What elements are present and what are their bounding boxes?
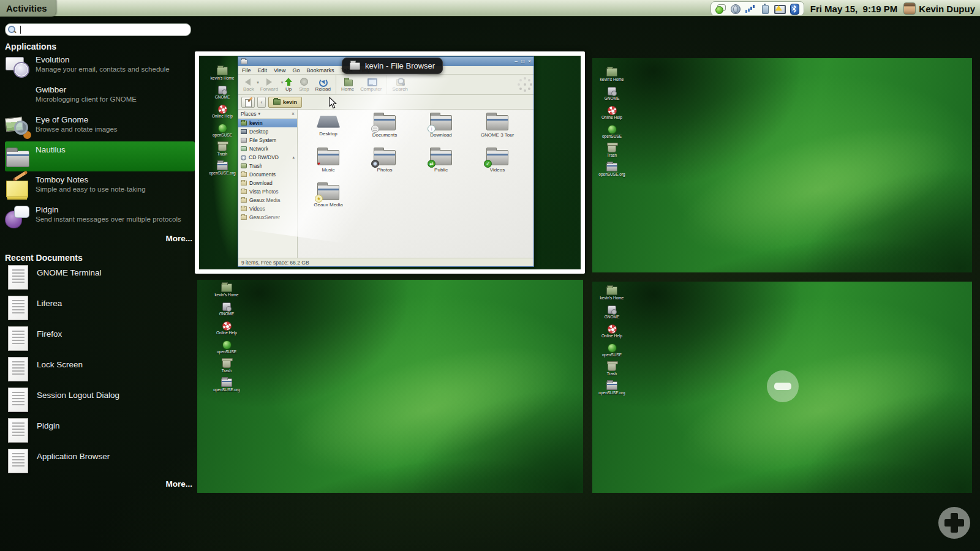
desktop-icon[interactable]: kevin's Home <box>211 283 243 302</box>
desktop-icon[interactable]: openSUSE.org <box>596 163 628 182</box>
desktop-icon[interactable]: openSUSE.org <box>206 162 238 181</box>
desktop-icon[interactable]: openSUSE.org <box>211 378 243 397</box>
place-item[interactable]: CD RW/DVD <box>238 153 297 162</box>
desktop-icon[interactable]: Trash <box>596 362 628 381</box>
search-input[interactable] <box>5 23 191 36</box>
application-item[interactable]: Eye of Gnome Browse and rotate images <box>5 111 195 141</box>
place-item[interactable]: Desktop <box>238 127 297 136</box>
place-item[interactable]: File System <box>238 136 297 144</box>
place-item[interactable]: Network <box>238 144 297 153</box>
desktop-icon[interactable]: GNOME <box>596 87 628 106</box>
toolbar-button[interactable]: Up <box>281 75 296 94</box>
folder-item[interactable]: Photos <box>356 148 413 183</box>
folder-emblem-icon <box>371 125 379 133</box>
tray-icon[interactable] <box>745 4 755 14</box>
toolbar-button[interactable]: Home <box>336 75 357 94</box>
toolbar-button[interactable]: Reload <box>312 75 334 94</box>
desktop-icon[interactable]: Online Help <box>206 105 238 124</box>
recent-document-item[interactable]: GNOME Terminal <box>5 263 195 293</box>
application-item[interactable]: Gwibber Microblogging client for GNOME <box>5 81 195 111</box>
toolbar-button[interactable]: Back <box>240 75 257 94</box>
place-item[interactable]: GeauxServer <box>238 213 297 222</box>
menu-item[interactable]: View <box>274 67 285 73</box>
applications-more-link[interactable]: More... <box>5 234 192 243</box>
window-control-button[interactable]: – <box>514 58 518 66</box>
menu-item[interactable]: Edit <box>258 67 268 73</box>
application-item[interactable]: Tomboy Notes Simple and easy to use note… <box>5 171 195 201</box>
recent-document-item[interactable]: Liferea <box>5 293 195 324</box>
file-browser-window[interactable]: –□× FileEditViewGoBookmarksTabsHelp Back… <box>238 56 534 267</box>
path-button-kevin[interactable]: kevin <box>268 97 302 108</box>
folder-view[interactable]: Desktop Documents ↓ <box>298 110 533 258</box>
place-item[interactable]: Vista Photos <box>238 187 297 196</box>
desktop-icon[interactable]: openSUSE <box>211 340 243 359</box>
menu-item[interactable]: File <box>242 67 251 73</box>
desktop-icon[interactable]: openSUSE <box>596 125 628 144</box>
desktop-icon[interactable]: Trash <box>211 359 243 378</box>
menu-item[interactable]: Bookmarks <box>306 67 334 73</box>
recent-document-item[interactable]: Application Browser <box>5 446 195 477</box>
recent-document-item[interactable]: Firefox <box>5 324 195 354</box>
folder-item[interactable]: ⇄ Public <box>413 148 469 183</box>
place-item[interactable]: Download <box>238 179 297 187</box>
recent-document-item[interactable]: Lock Screen <box>5 354 195 385</box>
recent-document-item[interactable]: Session Logout Dialog <box>5 385 195 416</box>
user-menu[interactable]: Kevin Dupuy <box>903 2 975 15</box>
recent-documents-more-link[interactable]: More... <box>5 479 192 489</box>
path-scroll-left-button[interactable]: ‹ <box>257 97 266 108</box>
tray-icon[interactable] <box>715 4 726 14</box>
workspace-thumbnail-1-active[interactable]: kevin's Home GNOME Online Help openSUSE … <box>195 51 585 274</box>
desktop-icon[interactable]: openSUSE.org <box>596 381 628 400</box>
folder-item[interactable]: ♥ Music <box>300 148 356 183</box>
desktop-icon[interactable]: Online Help <box>596 324 628 343</box>
application-item[interactable]: Nautilus <box>5 141 195 171</box>
desktop-icon[interactable]: GNOME <box>206 86 238 105</box>
add-workspace-button[interactable] <box>938 507 970 539</box>
window-control-button[interactable]: □ <box>521 58 524 66</box>
remove-workspace-button[interactable] <box>767 370 799 402</box>
edit-location-button[interactable] <box>241 97 255 108</box>
tray-icon[interactable] <box>760 4 770 14</box>
folder-item[interactable]: ↓ Download <box>413 113 469 148</box>
toolbar-button[interactable]: Forward <box>257 75 281 94</box>
application-item[interactable]: Evolution Manage your email, contacts an… <box>5 51 195 81</box>
place-item[interactable]: kevin <box>238 119 297 127</box>
toolbar-button[interactable]: Stop <box>296 75 312 94</box>
tray-icon[interactable] <box>774 4 785 14</box>
workspace-thumbnail-3[interactable]: kevin's Home GNOME Online Help openSUSE … <box>197 280 583 493</box>
folder-item[interactable]: GNOME 3 Tour <box>469 113 526 148</box>
desktop-icon[interactable]: openSUSE <box>596 343 628 362</box>
place-item[interactable]: Videos <box>238 204 297 213</box>
place-item[interactable]: Trash <box>238 162 297 170</box>
sidebar-close-icon[interactable]: × <box>292 111 295 117</box>
folder-item[interactable]: ✓ Videos <box>469 148 526 183</box>
tray-icon[interactable] <box>789 4 799 14</box>
desktop-icon[interactable]: GNOME <box>211 302 243 321</box>
desktop-icon[interactable]: Online Help <box>211 321 243 340</box>
folder-item[interactable]: Desktop <box>300 113 356 148</box>
places-dropdown[interactable]: Places <box>241 111 257 117</box>
application-item[interactable]: Pidgin Send instant messages over multip… <box>5 201 195 231</box>
toolbar-button[interactable]: Search <box>386 75 410 94</box>
workspace-thumbnail-4[interactable]: kevin's Home GNOME Online Help openSUSE … <box>592 282 972 493</box>
clock[interactable]: Fri May 15, 9:19 PM <box>810 4 898 14</box>
folder-item[interactable]: Documents <box>356 113 413 148</box>
recent-document-item[interactable]: Pidgin <box>5 416 195 446</box>
tray-icon[interactable] <box>730 4 741 14</box>
desktop-icon[interactable]: Online Help <box>596 106 628 125</box>
menu-item[interactable]: Go <box>292 67 300 73</box>
activities-button[interactable]: Activities <box>0 0 56 17</box>
desktop-icon[interactable]: Trash <box>206 143 238 162</box>
desktop-icon[interactable]: GNOME <box>596 305 628 324</box>
window-control-button[interactable]: × <box>528 58 531 66</box>
workspace-thumbnail-2[interactable]: kevin's Home GNOME Online Help openSUSE … <box>592 58 972 272</box>
desktop-icon[interactable]: kevin's Home <box>206 67 238 86</box>
desktop-icon[interactable]: kevin's Home <box>596 287 628 305</box>
desktop-icon[interactable]: kevin's Home <box>596 68 628 87</box>
place-item[interactable]: Documents <box>238 170 297 179</box>
desktop-icon[interactable]: openSUSE <box>206 124 238 143</box>
toolbar-button[interactable]: Computer <box>357 75 385 94</box>
place-item[interactable]: Geaux Media <box>238 196 297 204</box>
folder-item[interactable]: ★ Geaux Media <box>300 183 356 218</box>
desktop-icon[interactable]: Trash <box>596 144 628 163</box>
